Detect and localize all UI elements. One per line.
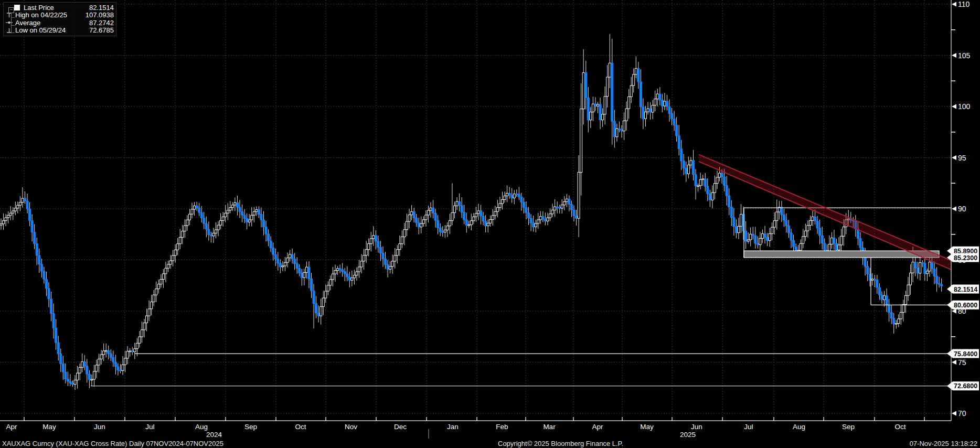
x-axis-month-label: Dec: [394, 423, 407, 431]
down-candle: [268, 234, 270, 241]
down-candle: [317, 313, 319, 316]
down-candle: [520, 197, 523, 202]
legend-collapse-icon[interactable]: −: [8, 7, 14, 13]
up-candle: [401, 237, 403, 243]
down-candle: [924, 263, 926, 274]
up-candle: [105, 350, 107, 351]
up-candle: [422, 220, 424, 223]
candles-layer: [0, 34, 943, 390]
down-candle: [893, 318, 895, 324]
y-tick-arrow-icon: [952, 309, 956, 314]
up-candle: [582, 73, 584, 109]
down-candle: [45, 279, 47, 289]
up-candle: [773, 221, 775, 228]
down-candle: [640, 82, 642, 107]
x-axis-month-label: Sep: [244, 423, 257, 431]
down-candle: [31, 220, 33, 232]
down-candle: [270, 241, 272, 248]
up-candle: [103, 351, 105, 355]
down-candle: [208, 229, 210, 235]
up-candle: [580, 109, 582, 173]
up-candle: [151, 302, 153, 308]
down-candle: [485, 221, 487, 226]
down-candle: [938, 283, 940, 284]
up-candle: [929, 262, 931, 271]
down-candle: [726, 186, 728, 196]
up-candle: [740, 214, 742, 226]
down-candle: [788, 226, 790, 233]
down-candle: [570, 204, 572, 210]
up-candle: [100, 355, 102, 359]
down-candle: [585, 73, 587, 98]
up-candle: [406, 221, 408, 230]
down-candle: [279, 263, 281, 267]
down-candle: [480, 211, 482, 216]
down-candle: [210, 235, 212, 236]
legend-row-average: Average 87.2742: [6, 19, 114, 27]
down-candle: [465, 220, 467, 225]
up-candle: [895, 323, 897, 324]
down-candle: [876, 280, 878, 287]
down-candle: [110, 354, 112, 357]
up-candle: [122, 365, 124, 370]
down-candle: [886, 296, 888, 305]
down-candle: [683, 161, 685, 168]
down-candle: [728, 196, 730, 207]
up-candle: [322, 298, 324, 306]
up-candle: [320, 306, 322, 316]
up-candle: [809, 221, 811, 226]
price-chart-plot-area[interactable]: 707580859095100105110AprMayJunJulAugSepO…: [0, 0, 980, 448]
up-candle: [363, 255, 365, 261]
down-candle: [559, 207, 561, 208]
legend-label: High on 04/22/25: [14, 11, 81, 19]
down-candle: [556, 207, 558, 208]
down-candle: [439, 228, 441, 232]
down-candle: [120, 370, 122, 371]
up-candle: [253, 211, 255, 215]
up-candle: [535, 223, 537, 227]
up-candle: [389, 266, 391, 269]
up-candle: [356, 272, 358, 275]
down-candle: [86, 366, 88, 375]
up-candle: [337, 269, 339, 271]
up-candle: [174, 250, 176, 255]
up-candle: [98, 359, 100, 365]
down-candle: [723, 177, 726, 185]
up-candle: [492, 216, 494, 220]
down-candle: [437, 220, 439, 228]
down-candle: [83, 362, 86, 366]
down-candle: [704, 179, 706, 186]
up-candle: [537, 220, 539, 223]
down-candle: [36, 244, 38, 255]
down-candle: [459, 201, 461, 206]
bloomberg-chart-window: 707580859095100105110AprMayJunJulAugSepO…: [0, 0, 980, 448]
price-tag-text: 72.6800: [954, 382, 977, 390]
up-candle: [403, 230, 406, 237]
up-candle: [332, 274, 334, 280]
down-candle: [752, 234, 754, 236]
up-candle: [623, 121, 625, 131]
down-candle: [594, 104, 596, 106]
down-candle: [385, 259, 387, 265]
up-candle: [225, 213, 227, 217]
up-candle: [368, 244, 370, 250]
up-candle: [289, 254, 291, 258]
up-candle: [134, 349, 136, 352]
down-candle: [936, 276, 938, 283]
up-candle: [186, 220, 188, 226]
up-candle: [160, 280, 162, 284]
x-axis-month-label: Oct: [894, 423, 906, 431]
up-candle: [840, 236, 843, 245]
down-candle: [890, 313, 892, 318]
up-candle: [697, 186, 699, 187]
up-candle: [898, 319, 900, 324]
up-candle: [146, 316, 148, 323]
down-candle: [668, 106, 670, 113]
down-candle: [881, 295, 883, 300]
up-candle: [776, 212, 778, 221]
down-candle: [243, 215, 246, 219]
down-candle: [516, 194, 518, 195]
up-candle: [157, 284, 159, 289]
up-candle: [129, 351, 131, 352]
up-candle: [470, 221, 472, 225]
